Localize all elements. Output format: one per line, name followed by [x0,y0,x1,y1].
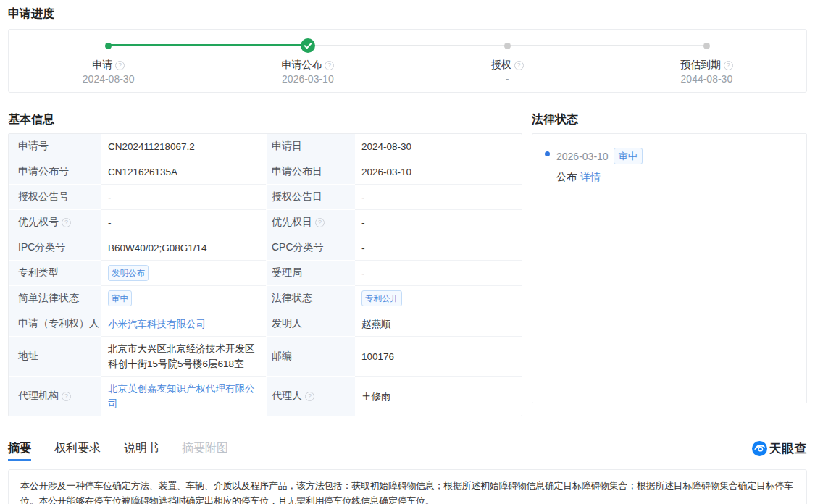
field-label: 发明人 [266,311,355,337]
field-value-text: 2026-03-10 [361,164,411,180]
tab-摘要[interactable]: 摘要 [8,440,31,461]
step-date: 2044-08-30 [607,72,806,85]
step-label-text: 申请 [92,59,112,70]
field-label-text: 申请公布日 [272,165,322,178]
brand-name: 天眼查 [769,440,808,457]
progress-step: 申请公布?2026-03-10 [208,38,407,92]
field-label: 受理局 [266,261,355,286]
status-tag: 专利公开 [361,290,402,306]
field-value: 小米汽车科技有限公司 [101,311,266,337]
field-label-text: 代理机构 [18,390,59,403]
step-label-text: 申请公布 [281,59,322,70]
field-value-text: - [108,215,112,230]
help-icon[interactable]: ? [62,218,71,227]
field-value: - [355,210,522,235]
abstract-box: 本公开涉及一种停车位确定方法、装置、车辆、介质以及程序产品，该方法包括：获取初始… [8,469,807,504]
help-icon[interactable]: ? [62,392,71,401]
legal-status-action: 公布 [556,171,577,182]
progress-section-title: 申请进度 [8,6,807,22]
help-icon[interactable]: ? [325,61,334,70]
field-label: 申请日 [266,134,355,159]
field-value: 北京英创嘉友知识产权代理有限公司 [101,377,266,416]
step-dot [105,43,112,49]
field-label-text: 地址 [18,350,38,363]
abstract-text: 本公开涉及一种停车位确定方法、装置、车辆、介质以及程序产品，该方法包括：获取初始… [20,480,793,504]
field-label: CPC分类号 [266,235,355,261]
field-value-text: CN202411218067.2 [108,139,195,154]
progress-steps: 申请?2024-08-30申请公布?2026-03-10授权?-预估到期?204… [9,30,806,92]
help-icon[interactable]: ? [315,218,325,227]
status-tag: 发明公布 [108,265,149,281]
field-value-text: - [361,240,365,256]
field-label-text: 法律状态 [272,292,312,305]
field-value: 2024-08-30 [355,134,522,159]
basic-info-table: 申请号CN202411218067.2申请日2024-08-30申请公布号CN1… [8,133,522,416]
legal-status-title: 法律状态 [532,112,807,127]
help-icon[interactable]: ? [305,392,314,401]
field-value-text: B60W40/02;G08G1/14 [108,240,207,256]
field-label-text: 申请（专利权）人 [18,317,99,330]
field-label-text: 申请日 [272,140,302,153]
help-icon[interactable]: ? [724,61,733,70]
help-icon[interactable]: ? [514,61,524,70]
step-dot [703,43,710,49]
tianyancha-logo[interactable]: 天眼查 [752,440,808,457]
field-label-text: 申请公布号 [18,165,69,178]
field-value: 北京市大兴区北京经济技术开发区科创十街15号院5号楼6层618室 [101,337,266,377]
field-label: 申请号 [9,134,101,159]
progress-step: 申请?2024-08-30 [9,38,208,92]
field-label: 代理人? [266,377,355,416]
step-label: 申请公布? [208,58,407,71]
field-label: 优先权号? [9,210,101,235]
field-label-text: 优先权号 [18,216,59,229]
legal-status-box: 2026-03-10审中公布详情 [532,133,807,403]
field-value: CN121626135A [101,159,266,185]
legal-status-tag: 审中 [614,148,643,164]
tab-摘要附图: 摘要附图 [182,440,228,461]
progress-step: 授权?- [408,38,607,92]
field-value-link[interactable]: 小米汽车科技有限公司 [108,316,206,332]
field-label: 代理机构? [9,377,101,416]
field-label: 授权公告日 [266,185,355,210]
field-label-text: 受理局 [272,266,302,280]
field-value-text: - [361,215,365,230]
bullet-icon [545,151,550,156]
step-date: 2024-08-30 [9,72,208,85]
field-label-text: 发明人 [272,317,302,330]
field-value-text: 100176 [361,349,394,364]
field-value: B60W40/02;G08G1/14 [101,235,266,261]
basic-info-title: 基本信息 [8,112,522,127]
field-value: - [101,210,266,235]
field-label-text: 优先权日 [272,216,312,229]
legal-status-detail-link[interactable]: 详情 [580,171,601,182]
tab-权利要求[interactable]: 权利要求 [54,440,101,461]
tab-说明书[interactable]: 说明书 [124,440,159,461]
field-value: 专利公开 [355,286,522,311]
legal-status-line2: 公布详情 [556,171,806,184]
tabs: 摘要权利要求说明书摘要附图 [8,440,228,461]
field-label: 申请公布号 [9,159,101,185]
field-label-text: 代理人 [272,390,302,403]
field-value-text: 2024-08-30 [361,139,411,154]
field-value-text: 王修雨 [361,389,391,404]
field-value-text: CN121626135A [108,164,177,180]
legal-status-item: 2026-03-10审中公布详情 [532,148,806,184]
field-label-text: CPC分类号 [272,241,324,254]
field-value-text: - [108,190,112,205]
field-label-text: IPC分类号 [18,241,65,254]
help-icon[interactable]: ? [115,61,125,70]
step-date: - [408,72,607,85]
patent-detail-page: 申请进度 申请?2024-08-30申请公布?2026-03-10授权?-预估到… [0,6,815,504]
field-value: - [101,185,266,210]
legal-status-section: 法律状态 2026-03-10审中公布详情 [532,112,807,416]
basic-info-section: 基本信息 申请号CN202411218067.2申请日2024-08-30申请公… [8,112,522,416]
field-value: 王修雨 [355,377,522,416]
legal-status-line1: 2026-03-10审中 [556,148,806,164]
progress-dot-row [607,38,806,53]
field-label: 法律状态 [266,286,355,311]
field-value-link[interactable]: 北京英创嘉友知识产权代理有限公司 [108,381,260,411]
progress-stepper: 申请?2024-08-30申请公布?2026-03-10授权?-预估到期?204… [8,29,807,93]
tianyancha-eye-icon [752,441,767,456]
field-label-text: 专利类型 [18,266,59,280]
step-label: 预估到期? [607,58,806,71]
